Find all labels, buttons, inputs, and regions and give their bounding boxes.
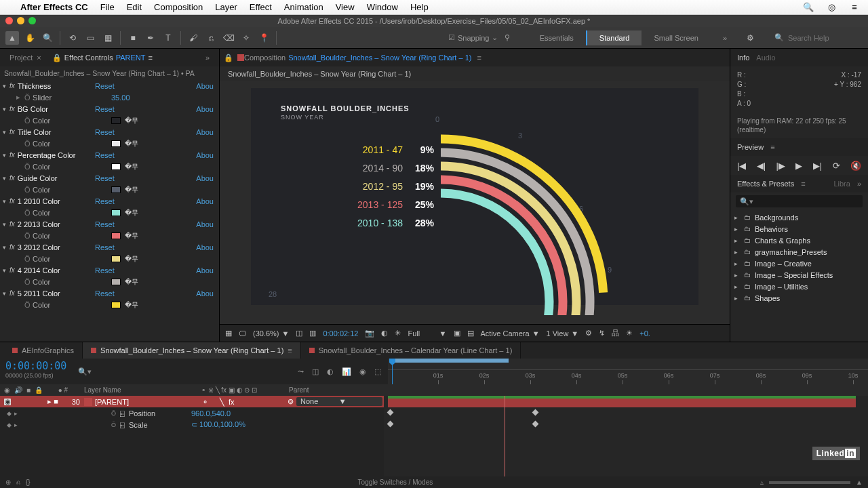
resolution[interactable]: Full ▼ xyxy=(408,329,446,338)
eyedropper-icon[interactable]: �무 xyxy=(125,139,138,148)
mute-icon[interactable]: 🔇 xyxy=(850,161,861,171)
parent-dropdown[interactable]: None ▼ xyxy=(296,397,382,406)
reset-link[interactable]: Reset xyxy=(95,105,136,113)
next-frame-icon[interactable]: ▶ xyxy=(795,161,802,171)
layer-row[interactable]: ◉ ▸ ■ 30 [PARENT] ⚬╲fx ⊚None ▼ xyxy=(0,396,384,407)
reset-link[interactable]: Reset xyxy=(95,289,136,298)
last-frame-icon[interactable]: ▶| xyxy=(813,161,822,171)
loop-icon[interactable]: ⟳ xyxy=(833,161,840,171)
ws-overflow[interactable]: » xyxy=(711,30,739,45)
first-frame-icon[interactable]: |◀ xyxy=(737,161,746,171)
roto-tool[interactable]: ✧ xyxy=(239,31,253,45)
keyframe[interactable] xyxy=(532,409,539,416)
preset-folder[interactable]: ▸🗀Charts & Graphs xyxy=(734,235,864,246)
play-icon[interactable]: |▶ xyxy=(776,161,785,171)
eraser-tool[interactable]: ⌫ xyxy=(222,31,235,45)
panel-menu-icon[interactable]: ≡ xyxy=(770,143,774,151)
spotlight-icon[interactable]: 🔍 xyxy=(803,2,814,12)
fx-effect[interactable]: ▾fx BG ColorResetAbou xyxy=(0,103,219,115)
pickwhip-icon[interactable]: ⊚ xyxy=(288,397,294,406)
comp-breadcrumb[interactable]: Snowfall_Boulder_Inches – Snow Year (Rin… xyxy=(220,66,730,81)
brush-tool[interactable]: 🖌 xyxy=(186,31,200,45)
eyedropper-icon[interactable]: �무 xyxy=(125,116,138,125)
flowchart-icon[interactable]: 品 xyxy=(612,328,619,338)
clone-tool[interactable]: ⎌ xyxy=(204,31,218,45)
property-row[interactable]: ◆▸Ŏ⍇ Position960.0,540.0 xyxy=(0,407,384,419)
info-tab[interactable]: Info xyxy=(737,54,749,62)
view-count[interactable]: 1 View ▼ xyxy=(547,329,579,338)
color-swatch[interactable] xyxy=(111,302,121,308)
menu-view[interactable]: View xyxy=(336,2,355,12)
menu-help[interactable]: Help xyxy=(410,2,429,12)
fx-property[interactable]: ŎColor�무 xyxy=(0,230,219,241)
fx-property[interactable]: ŎColor�무 xyxy=(0,253,219,264)
fx-effect[interactable]: ▾fx 2 2013 ColorResetAbou xyxy=(0,218,219,230)
reset-link[interactable]: Reset xyxy=(95,220,136,228)
fx-property[interactable]: ŎColor�무 xyxy=(0,161,219,172)
pen-tool[interactable]: ✒ xyxy=(144,31,157,45)
fx-effect[interactable]: ▾fx Guide ColorResetAbou xyxy=(0,172,219,184)
fx-effect[interactable]: ▾fx Percentage ColorResetAbou xyxy=(0,149,219,161)
fx-property[interactable]: ▸ŎSlider35.00 xyxy=(0,92,219,103)
eyedropper-icon[interactable]: �무 xyxy=(125,300,138,310)
timeline-tab[interactable]: Snowfall_Boulder_Inches – Calendar Year … xyxy=(301,342,521,359)
fx-property[interactable]: ŎColor�무 xyxy=(0,276,219,287)
shy-icon[interactable]: ⤳ xyxy=(298,367,304,376)
menu-animation[interactable]: Animation xyxy=(284,2,323,12)
reset-link[interactable]: Reset xyxy=(95,82,136,90)
reset-link[interactable]: Reset xyxy=(95,197,136,205)
menu-composition[interactable]: Composition xyxy=(154,2,203,12)
menu-window[interactable]: Window xyxy=(367,2,398,12)
ws-standard[interactable]: Standard xyxy=(586,30,642,45)
preview-icon[interactable]: ↯ xyxy=(599,329,605,338)
type-tool[interactable]: T xyxy=(161,31,175,45)
shape-tool[interactable]: ■ xyxy=(126,31,140,45)
preset-folder[interactable]: ▸🗀Image – Creative xyxy=(734,258,864,269)
draft-3d-icon[interactable]: ◉ xyxy=(359,367,366,376)
roi-icon[interactable]: ◫ xyxy=(296,329,302,338)
project-tab[interactable]: Project× xyxy=(4,54,47,62)
puppet-tool[interactable]: 📍 xyxy=(257,31,271,45)
exposure-val[interactable]: +0. xyxy=(639,329,650,338)
about-link[interactable]: Abou xyxy=(136,128,216,136)
color-swatch[interactable] xyxy=(111,140,121,147)
effect-controls-tab[interactable]: 🔒 Effect Controls PARENT ≡ xyxy=(47,54,158,62)
about-link[interactable]: Abou xyxy=(136,243,216,251)
keyframe[interactable] xyxy=(387,409,394,416)
orbit-tool[interactable]: ⟲ xyxy=(66,31,79,45)
preset-folder[interactable]: ▸🗀Backgrounds xyxy=(734,211,864,223)
comp-name[interactable]: Snowfall_Boulder_Inches – Snow Year (Rin… xyxy=(288,54,471,62)
fx-effect[interactable]: ▾fx Title ColorResetAbou xyxy=(0,126,219,138)
about-link[interactable]: Abou xyxy=(136,82,216,90)
audio-tab[interactable]: Audio xyxy=(756,54,775,62)
transparency-icon[interactable]: ▥ xyxy=(309,329,316,338)
time-ruler[interactable]: 01s02s03s04s05s06s07s08s09s10s xyxy=(388,359,868,384)
reset-link[interactable]: Reset xyxy=(95,151,136,159)
panel-overflow-icon[interactable]: » xyxy=(200,54,215,62)
ep-search-input[interactable]: 🔍▾ xyxy=(736,195,863,207)
timeline-search-icon[interactable]: 🔍▾ xyxy=(75,359,95,384)
keyframe[interactable] xyxy=(532,421,539,428)
preset-folder[interactable]: ▸🗀Image – Utilities xyxy=(734,281,864,292)
exposure-icon[interactable]: ☀ xyxy=(626,329,633,338)
ws-small-screen[interactable]: Small Screen xyxy=(642,30,710,45)
zoom-tool[interactable]: 🔍 xyxy=(41,31,54,45)
graph-editor-icon[interactable]: 📊 xyxy=(342,367,351,376)
zoom-out-icon[interactable]: ▵ xyxy=(760,479,764,486)
fx-effect[interactable]: ▾fx 3 2012 ColorResetAbou xyxy=(0,241,219,253)
about-link[interactable]: Abou xyxy=(136,266,216,274)
color-swatch[interactable] xyxy=(111,232,121,239)
frame-blend-icon[interactable]: ◫ xyxy=(312,367,319,376)
search-help-input[interactable] xyxy=(788,34,863,42)
about-link[interactable]: Abou xyxy=(136,174,216,182)
panel-menu-icon[interactable]: ≡ xyxy=(477,54,481,62)
reset-link[interactable]: Reset xyxy=(95,128,136,136)
selection-tool[interactable]: ▲ xyxy=(5,31,19,45)
hand-tool[interactable]: ✋ xyxy=(23,31,37,45)
property-row[interactable]: ◆▸Ŏ⍇ Scale⊂ 100.0,100.0% xyxy=(0,419,384,430)
about-link[interactable]: Abou xyxy=(136,289,216,298)
preview-tab[interactable]: Preview xyxy=(737,143,764,151)
menu-app[interactable]: After Effects CC xyxy=(20,2,88,12)
prev-frame-icon[interactable]: ◀| xyxy=(757,161,766,171)
fx-effect[interactable]: ▾fx 5 2011 ColorResetAbou xyxy=(0,287,219,299)
